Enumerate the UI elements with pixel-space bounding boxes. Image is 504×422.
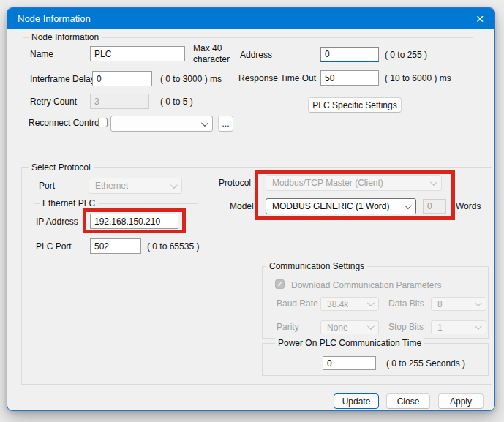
check-icon: ✓: [277, 280, 282, 288]
chevron-down-icon: [430, 178, 437, 186]
plc-port-label: PLC Port: [36, 241, 72, 252]
dialog-title: Node Information: [18, 13, 91, 24]
plc-port-input[interactable]: [90, 238, 141, 254]
data-bits-label: Data Bits: [388, 298, 424, 309]
download-params-label: Download Communication Parameters: [291, 280, 441, 290]
name-label: Name: [30, 49, 53, 59]
ethernet-plc-group-label: Ethernet PLC: [40, 198, 98, 208]
interframe-delay-hint: ( 0 to 3000 ) ms: [160, 74, 222, 84]
model-dropdown-value: MODBUS GENERIC (1 Word): [272, 201, 389, 211]
parity-label: Parity: [277, 322, 299, 332]
node-information-dialog: Node Information ✕ Node Information Name…: [7, 7, 495, 411]
ip-address-input[interactable]: [90, 214, 178, 229]
port-dropdown[interactable]: Ethernet: [89, 178, 182, 194]
protocol-label: Protocol: [219, 178, 251, 188]
parity-dropdown-value: None: [327, 323, 348, 333]
baud-rate-dropdown-value: 38.4k: [327, 299, 348, 309]
stop-bits-dropdown: 1: [431, 320, 486, 334]
stop-bits-label: Stop Bits: [388, 322, 424, 332]
chevron-down-icon: [367, 299, 375, 306]
response-time-out-input[interactable]: [320, 70, 379, 86]
data-bits-dropdown-value: 8: [437, 299, 443, 309]
port-dropdown-value: Ethernet: [95, 181, 128, 191]
power-on-time-input[interactable]: [323, 356, 376, 370]
name-hint: Max 40 character: [193, 43, 240, 65]
protocol-dropdown[interactable]: Modbus/TCP Master (Client): [266, 175, 442, 191]
reconnect-control-label: Reconnect Control: [29, 118, 101, 128]
model-dropdown[interactable]: MODBUS GENERIC (1 Word): [266, 198, 416, 214]
close-icon[interactable]: ✕: [475, 14, 484, 24]
address-input[interactable]: [320, 47, 379, 62]
chevron-down-icon: [367, 323, 375, 330]
baud-rate-label: Baud Rate: [277, 298, 318, 309]
interframe-delay-input[interactable]: [92, 71, 152, 86]
reconnect-control-dropdown[interactable]: [110, 116, 213, 132]
select-protocol-group-label: Select Protocol: [29, 162, 94, 173]
plc-port-hint: ( 0 to 65535 ): [147, 241, 199, 252]
model-label: Model: [230, 201, 254, 211]
protocol-dropdown-value: Modbus/TCP Master (Client): [272, 178, 383, 188]
dialog-titlebar[interactable]: Node Information ✕: [7, 8, 494, 29]
retry-count-label: Retry Count: [30, 97, 77, 107]
words-input: [423, 199, 446, 214]
communication-settings-group-label: Communication Settings: [266, 261, 367, 271]
parity-dropdown: None: [320, 320, 379, 334]
address-label: Address: [240, 50, 272, 60]
words-label: Words: [456, 201, 481, 211]
name-input[interactable]: [90, 46, 185, 61]
download-params-checkbox: ✓: [275, 279, 285, 289]
interframe-delay-label: Interframe Delay: [30, 74, 95, 84]
browse-button[interactable]: ...: [218, 116, 233, 132]
chevron-down-icon: [475, 299, 482, 306]
response-time-out-label: Response Time Out: [238, 73, 316, 83]
chevron-down-icon: [405, 202, 412, 209]
data-bits-dropdown: 8: [431, 297, 486, 311]
apply-button[interactable]: Apply: [438, 393, 484, 409]
baud-rate-dropdown: 38.4k: [320, 297, 379, 311]
response-time-out-hint: ( 10 to 6000 ) ms: [385, 73, 451, 83]
port-label: Port: [39, 181, 55, 191]
close-button[interactable]: Close: [386, 393, 430, 409]
retry-count-hint: ( 0 to 5 ): [160, 97, 193, 107]
plc-specific-settings-button[interactable]: PLC Specific Settings: [308, 97, 402, 113]
address-hint: ( 0 to 255 ): [385, 50, 427, 60]
update-button[interactable]: Update: [334, 393, 379, 409]
retry-count-input: [90, 94, 149, 109]
chevron-down-icon: [475, 323, 482, 330]
reconnect-control-checkbox[interactable]: [98, 118, 108, 127]
stop-bits-dropdown-value: 1: [437, 323, 443, 333]
power-on-time-hint: ( 0 to 255 Seconds ): [386, 358, 465, 369]
node-information-group-label: Node Information: [29, 32, 102, 42]
chevron-down-icon: [201, 119, 208, 127]
ip-address-label: IP Address: [36, 216, 78, 227]
power-on-time-group-label: Power On PLC Communication Time: [275, 338, 424, 348]
chevron-down-icon: [170, 181, 178, 189]
